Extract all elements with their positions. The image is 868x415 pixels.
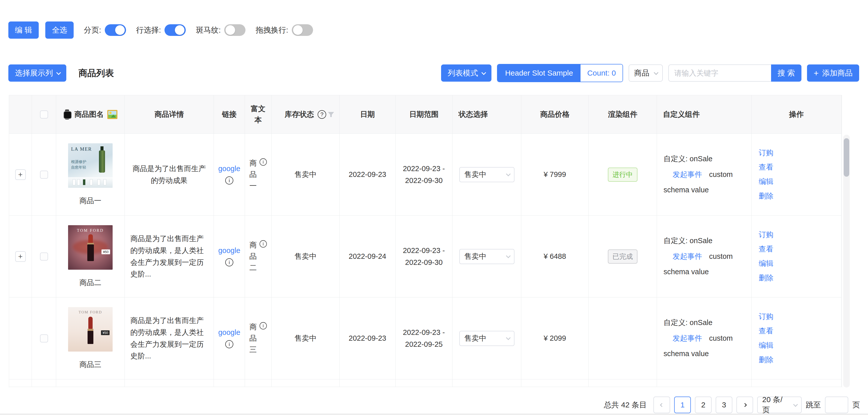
actions-cell: 订购 查看 编辑 删除 xyxy=(752,216,841,298)
google-link[interactable]: google xyxy=(218,246,240,255)
edit-link[interactable]: 编辑 xyxy=(759,258,773,269)
vertical-scrollbar-track[interactable] xyxy=(843,135,850,387)
toggle-zebra-label: 斑马纹: xyxy=(196,25,221,35)
edit-link[interactable]: 编辑 xyxy=(759,340,773,351)
count-button[interactable]: Count: 0 xyxy=(581,64,622,82)
delete-link[interactable]: 删除 xyxy=(759,273,773,283)
info-icon[interactable]: i xyxy=(225,176,233,184)
row-select-toggle[interactable] xyxy=(164,24,186,36)
custom-text: custom xyxy=(709,334,733,343)
jump-page-input[interactable] xyxy=(825,396,848,413)
col-status-select: 状态选择 xyxy=(453,95,521,134)
schema-value: schema value xyxy=(663,185,709,195)
order-link[interactable]: 订购 xyxy=(759,230,773,240)
question-circle-icon[interactable]: ? xyxy=(318,110,326,119)
custom-cell: 自定义: onSale 发起事件 custom schema value xyxy=(657,134,752,216)
info-icon[interactable]: i xyxy=(260,159,267,166)
view-link[interactable]: 查看 xyxy=(759,326,773,336)
stock-cell: 售卖中 xyxy=(272,298,340,379)
prev-page-button[interactable] xyxy=(653,396,670,413)
status-select[interactable]: 售卖中 xyxy=(459,249,515,264)
product-image: LA MER 根源修护 自愈年轻 xyxy=(68,143,113,188)
render-cell: 已完成 xyxy=(589,216,657,298)
toggle-row-select: 行选择: xyxy=(136,24,186,36)
chevron-right-icon xyxy=(743,403,747,407)
edit-button[interactable]: 编 辑 xyxy=(8,22,39,39)
page-button-1[interactable]: 1 xyxy=(674,396,691,413)
plus-icon: + xyxy=(814,68,819,78)
order-link[interactable]: 订购 xyxy=(759,312,773,322)
zebra-toggle[interactable] xyxy=(224,24,245,36)
checkbox-cell xyxy=(32,134,56,216)
col-date-range: 日期范围 xyxy=(396,95,453,134)
product-name: 商品三 xyxy=(80,360,101,370)
col-link: 链接 xyxy=(214,95,245,134)
table-row: + LA MER 根源修护 自愈年轻 商品一 商品是为了出售而生产的劳动成果 xyxy=(9,134,842,216)
search-button[interactable]: 搜 索 xyxy=(771,64,801,82)
list-mode-button[interactable]: 列表模式 xyxy=(441,64,491,82)
delete-link[interactable]: 删除 xyxy=(759,191,773,201)
next-page-button[interactable] xyxy=(736,396,753,413)
expand-row-button[interactable]: + xyxy=(15,251,26,262)
view-link[interactable]: 查看 xyxy=(759,244,773,254)
date-cell: 2022-09-23 xyxy=(340,134,396,216)
chevron-down-icon xyxy=(506,172,510,176)
select-all-button[interactable]: 全选 xyxy=(45,22,74,39)
delete-link[interactable]: 删除 xyxy=(759,355,773,365)
pagination-toggle[interactable] xyxy=(105,24,126,36)
detail-cell: 商品是为了出售而生产的劳动成果，是人类社会生产力发展到一定历史阶... xyxy=(125,298,214,379)
rich-text-value: 商品二 xyxy=(249,239,257,273)
render-cell xyxy=(589,298,657,379)
toggle-pagination: 分页: xyxy=(84,24,126,36)
page-button-2[interactable]: 2 xyxy=(695,396,712,413)
info-icon[interactable]: i xyxy=(260,240,267,248)
vertical-scrollbar-thumb[interactable] xyxy=(844,138,849,177)
detail-cell: 商品是为了出售而生产的劳动成果 xyxy=(125,134,214,216)
rich-text-cell: 商品一 i xyxy=(245,134,272,216)
column-picker-button[interactable]: 选择展示列 xyxy=(8,64,66,82)
filter-icon[interactable] xyxy=(327,111,335,118)
watch-emoji-icon xyxy=(63,109,71,119)
emit-event-link[interactable]: 发起事件 xyxy=(673,170,702,179)
lipstick-graphic xyxy=(88,234,93,243)
page-button-3[interactable]: 3 xyxy=(716,396,732,413)
google-link[interactable]: google xyxy=(218,165,240,173)
schema-value: schema value xyxy=(663,349,709,359)
expand-row-button[interactable]: + xyxy=(15,169,26,180)
emit-event-link[interactable]: 发起事件 xyxy=(673,252,702,261)
drag-reorder-toggle[interactable] xyxy=(292,24,313,36)
emit-event-link[interactable]: 发起事件 xyxy=(673,334,702,343)
status-select-cell: 售卖中 xyxy=(453,134,521,216)
rich-text-cell: 商品三 i xyxy=(245,298,272,379)
chevron-down-icon xyxy=(793,402,798,407)
view-link[interactable]: 查看 xyxy=(759,162,773,172)
row-checkbox[interactable] xyxy=(40,252,48,261)
header-slot-button[interactable]: Header Slot Sample xyxy=(498,64,581,82)
page-size-select[interactable]: 20 条/页 xyxy=(757,396,802,413)
select-all-checkbox[interactable] xyxy=(40,110,48,118)
chevron-down-icon xyxy=(56,70,61,75)
category-select[interactable]: 商品 xyxy=(629,64,663,82)
col-image-name-label: 商品图名 xyxy=(74,109,104,119)
add-product-button[interactable]: + 添加商品 xyxy=(807,64,859,82)
col-price: 商品价格 xyxy=(521,95,589,134)
search-input[interactable] xyxy=(668,64,771,82)
col-custom: 自定义组件 xyxy=(657,95,752,134)
order-link[interactable]: 订购 xyxy=(759,148,773,158)
col-image-name: 商品图名 xyxy=(56,95,125,134)
info-icon[interactable]: i xyxy=(225,258,233,266)
info-icon[interactable]: i xyxy=(225,340,233,348)
status-select[interactable]: 售卖中 xyxy=(459,331,515,346)
info-icon[interactable]: i xyxy=(260,322,267,330)
google-link[interactable]: google xyxy=(218,328,240,337)
row-checkbox[interactable] xyxy=(40,334,48,342)
toggle-row-select-label: 行选择: xyxy=(136,25,161,35)
row-checkbox[interactable] xyxy=(40,171,48,179)
edit-link[interactable]: 编辑 xyxy=(759,177,773,187)
price-tag: ¥50 xyxy=(101,249,110,254)
col-detail: 商品详情 xyxy=(125,95,214,134)
toggle-pagination-label: 分页: xyxy=(84,25,101,35)
status-select[interactable]: 售卖中 xyxy=(459,167,515,182)
table-row: TOM FORD ¥50 商品三 商品是为了出售而生产的劳动成果，是人类社会生产… xyxy=(9,298,842,379)
chevron-down-icon xyxy=(481,70,486,75)
